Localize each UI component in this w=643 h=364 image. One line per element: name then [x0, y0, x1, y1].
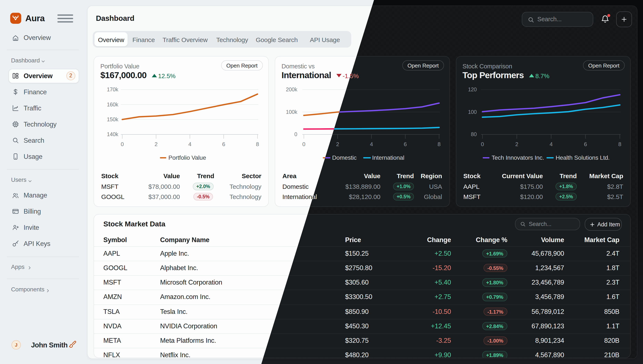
- svg-text:2: 2: [515, 141, 518, 148]
- svg-text:100: 100: [468, 109, 477, 115]
- svg-text:6: 6: [404, 141, 407, 148]
- svg-text:0: 0: [121, 141, 124, 148]
- svg-text:140k: 140k: [107, 131, 118, 137]
- svg-text:2: 2: [336, 141, 339, 148]
- svg-text:6: 6: [584, 141, 587, 148]
- svg-text:0: 0: [481, 141, 484, 148]
- svg-text:150k: 150k: [107, 116, 118, 122]
- svg-text:170k: 170k: [107, 86, 118, 92]
- svg-text:2: 2: [155, 141, 158, 148]
- svg-text:4: 4: [370, 141, 373, 148]
- svg-text:160k: 160k: [107, 102, 118, 108]
- svg-text:4: 4: [549, 141, 552, 148]
- svg-text:8: 8: [618, 141, 621, 148]
- svg-text:8: 8: [256, 141, 259, 148]
- svg-text:120: 120: [468, 86, 477, 92]
- svg-text:8: 8: [438, 141, 441, 148]
- svg-text:6: 6: [222, 141, 225, 148]
- svg-text:80: 80: [471, 131, 477, 137]
- svg-text:200k: 200k: [286, 86, 298, 92]
- svg-text:0: 0: [302, 141, 305, 148]
- svg-text:0: 0: [294, 131, 297, 137]
- svg-text:4: 4: [188, 141, 191, 148]
- svg-text:100k: 100k: [286, 109, 298, 115]
